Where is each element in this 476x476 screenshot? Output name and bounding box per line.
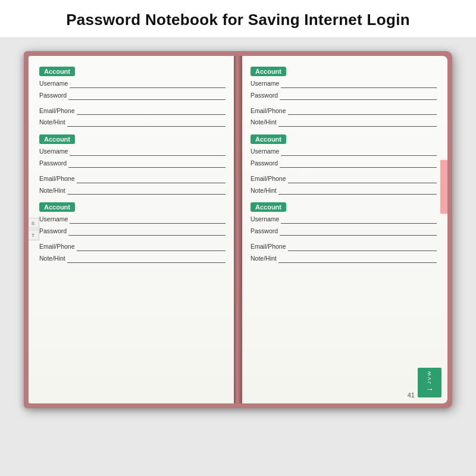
username-line [281,215,437,224]
email-label: Email/Phone [250,174,286,184]
username-label: Username [39,79,68,89]
password-label: Password [39,90,67,101]
note-label: Note/Hint [250,253,277,264]
password-line [280,159,437,168]
entry-r2: Account Username Password Email/Phone No… [250,133,437,195]
account-badge-r1: Account [250,67,286,76]
alpha-tab-t: T [29,230,39,240]
username-line [70,215,226,224]
note-label: Note/Hint [39,117,65,127]
account-badge-l3: Account [39,202,75,212]
email-line [77,107,226,115]
header: Password Notebook for Saving Internet Lo… [0,0,476,38]
note-line [67,186,226,195]
book-spine [234,56,242,403]
ribbon-bookmark [440,160,447,214]
note-line [67,118,226,127]
username-line [281,80,437,88]
note-line [278,118,437,127]
field-row: Password [250,158,437,168]
email-line [77,243,226,251]
note-label: Note/Hint [39,253,65,264]
left-page: S T Account Username Password Email/Phon… [29,56,237,403]
username-label: Username [39,214,68,224]
account-badge-r2: Account [250,134,286,144]
password-label: Password [250,90,278,101]
username-line [70,148,226,156]
password-line [68,159,226,168]
email-line [288,175,437,183]
note-line [278,186,437,195]
email-label: Email/Phone [250,242,286,252]
field-row: Note/Hint [250,186,437,196]
book-pages: S T Account Username Password Email/Phon… [29,56,447,403]
password-label: Password [250,226,278,236]
password-line [280,92,437,100]
note-label: Note/Hint [39,186,65,196]
username-label: Username [250,79,279,89]
field-row: Note/Hint [250,253,437,264]
field-row: Email/Phone [250,242,437,252]
username-label: Username [250,214,279,224]
account-badge-r3: Account [250,202,286,212]
field-row: Password [250,226,437,236]
username-label: Username [250,146,279,156]
field-row: Note/Hint [250,117,437,127]
page-title: Password Notebook for Saving Internet Lo… [12,11,464,29]
password-label: Password [39,158,67,168]
password-label: Password [250,158,278,168]
field-row: Username [250,79,437,89]
entry-l3: Account Username Password Email/Phone No… [39,201,226,263]
page-number: 41 [408,392,415,399]
password-line [68,92,226,100]
field-row: Password [39,90,226,101]
email-line [288,243,437,251]
account-badge-l2: Account [39,134,75,144]
corner-tab-text: J V W [426,371,433,384]
note-line [67,255,226,263]
alpha-tabs: S T [29,218,39,242]
field-row: Note/Hint [39,253,226,264]
password-line [68,227,226,236]
notebook: S T Account Username Password Email/Phon… [24,51,452,408]
email-line [77,175,226,183]
field-row: Username [39,146,226,156]
field-row: Username [39,214,226,224]
note-line [278,255,437,263]
arrow-icon: → [425,384,434,394]
entry-l2: Account Username Password Email/Phone No… [39,133,226,195]
email-line [288,107,437,115]
field-row: Username [39,79,226,89]
field-row: Email/Phone [39,106,226,116]
field-row: Note/Hint [39,186,226,196]
note-label: Note/Hint [250,186,277,196]
corner-tab: J V W → [418,368,441,397]
email-label: Email/Phone [39,106,75,116]
alpha-tab-s: S [29,218,39,228]
field-row: Note/Hint [39,117,226,127]
entry-r3: Account Username Password Email/Phone No… [250,201,437,263]
entry-l1: Account Username Password Email/Phone No… [39,65,226,127]
field-row: Password [39,226,226,236]
note-label: Note/Hint [250,117,277,127]
email-label: Email/Phone [250,106,286,116]
right-page: Account Username Password Email/Phone No… [237,56,447,403]
field-row: Email/Phone [250,106,437,116]
account-badge-l1: Account [39,67,75,76]
field-row: Username [250,214,437,224]
password-line [280,227,437,236]
field-row: Email/Phone [39,174,226,184]
password-label: Password [39,226,67,236]
field-row: Password [250,90,437,101]
username-line [281,148,437,156]
field-row: Email/Phone [250,174,437,184]
entry-r1: Account Username Password Email/Phone No… [250,65,437,127]
username-label: Username [39,146,68,156]
username-line [70,80,226,88]
email-label: Email/Phone [39,174,75,184]
email-label: Email/Phone [39,242,75,252]
field-row: Email/Phone [39,242,226,252]
field-row: Username [250,146,437,156]
field-row: Password [39,158,226,168]
